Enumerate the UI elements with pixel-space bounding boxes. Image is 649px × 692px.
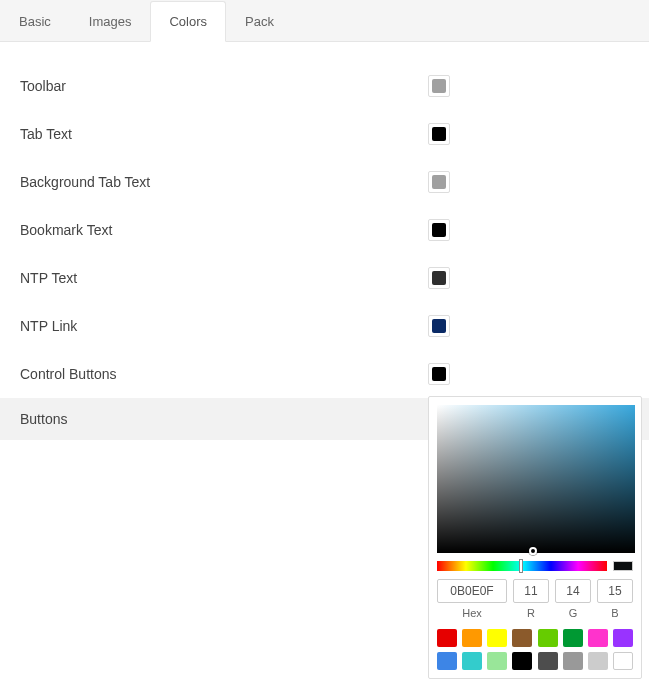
- picker-inputs: Hex R G B: [437, 579, 633, 619]
- tab-pack[interactable]: Pack: [226, 1, 293, 42]
- b-input[interactable]: [597, 579, 633, 603]
- g-label: G: [569, 607, 578, 619]
- r-label: R: [527, 607, 535, 619]
- row-label: NTP Text: [20, 270, 420, 286]
- preset-swatch[interactable]: [437, 652, 457, 670]
- preset-swatch[interactable]: [462, 629, 482, 647]
- hex-input[interactable]: [437, 579, 507, 603]
- b-label: B: [611, 607, 618, 619]
- hue-marker[interactable]: [519, 559, 523, 573]
- preset-swatch[interactable]: [512, 652, 532, 670]
- hex-label: Hex: [462, 607, 482, 619]
- swatch-control-buttons[interactable]: [428, 363, 450, 385]
- preset-swatch[interactable]: [563, 629, 583, 647]
- row-label: Control Buttons: [20, 366, 420, 382]
- row-label: Buttons: [20, 411, 420, 427]
- row-label: Background Tab Text: [20, 174, 420, 190]
- row-label: Tab Text: [20, 126, 420, 142]
- tab-basic[interactable]: Basic: [0, 1, 70, 42]
- row-bg-tab-text: Background Tab Text: [0, 158, 649, 206]
- color-rows: Toolbar Tab Text Background Tab Text Boo…: [0, 42, 649, 440]
- saturation-value-area[interactable]: [437, 405, 635, 553]
- r-input[interactable]: [513, 579, 549, 603]
- swatch-bg-tab-text[interactable]: [428, 171, 450, 193]
- preset-swatch[interactable]: [613, 629, 633, 647]
- preset-swatch[interactable]: [588, 629, 608, 647]
- preset-swatch[interactable]: [588, 652, 608, 670]
- row-label: NTP Link: [20, 318, 420, 334]
- hue-slider[interactable]: [437, 561, 607, 571]
- tab-colors[interactable]: Colors: [150, 1, 226, 42]
- row-label: Toolbar: [20, 78, 420, 94]
- satval-cursor[interactable]: [529, 547, 537, 555]
- preset-swatch[interactable]: [512, 629, 532, 647]
- swatch-bookmark-text[interactable]: [428, 219, 450, 241]
- preset-swatch[interactable]: [613, 652, 633, 670]
- swatch-ntp-text[interactable]: [428, 267, 450, 289]
- row-toolbar: Toolbar: [0, 62, 649, 110]
- tab-images[interactable]: Images: [70, 1, 151, 42]
- row-ntp-link: NTP Link: [0, 302, 649, 350]
- row-tab-text: Tab Text: [0, 110, 649, 158]
- tabs: Basic Images Colors Pack: [0, 0, 649, 42]
- preset-swatch[interactable]: [538, 652, 558, 670]
- preset-swatch[interactable]: [437, 629, 457, 647]
- preset-swatches: [437, 629, 633, 670]
- swatch-ntp-link[interactable]: [428, 315, 450, 337]
- preset-swatch[interactable]: [487, 652, 507, 670]
- row-bookmark-text: Bookmark Text: [0, 206, 649, 254]
- preset-swatch[interactable]: [462, 652, 482, 670]
- current-color: [613, 561, 633, 571]
- row-ntp-text: NTP Text: [0, 254, 649, 302]
- preset-swatch[interactable]: [563, 652, 583, 670]
- hue-row: [437, 561, 633, 571]
- swatch-toolbar[interactable]: [428, 75, 450, 97]
- row-control-buttons: Control Buttons: [0, 350, 649, 398]
- preset-swatch[interactable]: [487, 629, 507, 647]
- row-label: Bookmark Text: [20, 222, 420, 238]
- preset-swatch[interactable]: [538, 629, 558, 647]
- swatch-tab-text[interactable]: [428, 123, 450, 145]
- color-picker: Hex R G B: [428, 396, 642, 679]
- g-input[interactable]: [555, 579, 591, 603]
